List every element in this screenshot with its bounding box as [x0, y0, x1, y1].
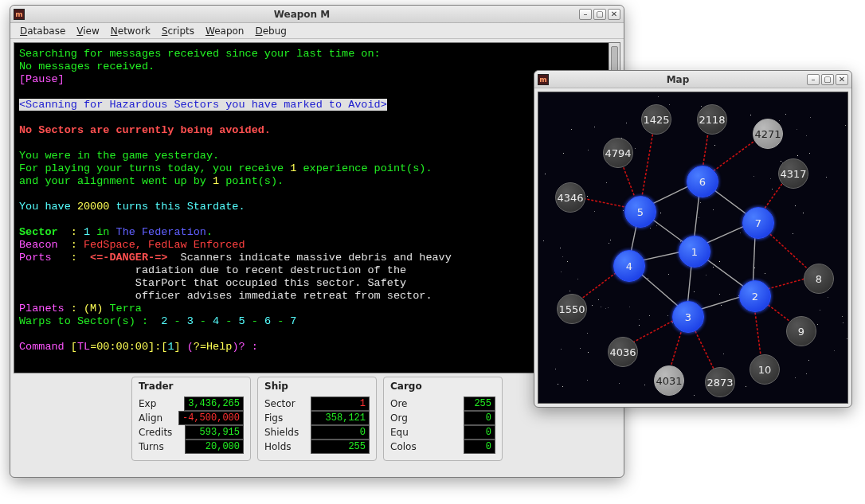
menu-scripts[interactable]: Scripts: [157, 24, 199, 38]
map-node-2118[interactable]: 2118: [697, 104, 727, 135]
menu-weapon[interactable]: Weapon: [201, 24, 249, 38]
maximize-button[interactable]: ▢: [821, 74, 834, 85]
map-node-3[interactable]: 3: [672, 301, 704, 333]
map-node-4[interactable]: 4: [613, 250, 645, 282]
map-node-7[interactable]: 7: [742, 207, 774, 239]
map-node-1425[interactable]: 1425: [641, 104, 671, 135]
map-node-4346[interactable]: 4346: [555, 182, 585, 213]
stat-label: Equ: [390, 427, 409, 438]
stat-row: Figs358,121: [264, 411, 370, 425]
menubar: Database View Network Scripts Weapon Deb…: [10, 23, 624, 39]
stat-value: 0: [464, 411, 495, 425]
map-node-8[interactable]: 8: [804, 264, 834, 294]
warp-sector: 5: [239, 315, 245, 327]
stat-value: 255: [464, 397, 495, 411]
warp-sector: 3: [187, 315, 194, 327]
stat-label: Figs: [264, 412, 283, 424]
stat-label: Credits: [139, 427, 172, 438]
map-node-5[interactable]: 5: [624, 196, 656, 228]
menu-view[interactable]: View: [72, 24, 104, 38]
stat-row: Credits593,915: [139, 425, 244, 440]
stat-label: Align: [139, 412, 162, 424]
stat-value: 358,121: [311, 411, 370, 425]
cargo-panel-title: Cargo: [390, 381, 495, 392]
minimize-button[interactable]: –: [807, 74, 820, 85]
stat-value: 3,436,265: [184, 397, 244, 411]
stat-label: Sector: [264, 398, 296, 409]
trader-panel-title: Trader: [139, 381, 244, 392]
close-button[interactable]: ✕: [836, 74, 848, 85]
map-node-9[interactable]: 9: [786, 316, 816, 346]
main-window: m Weapon M – ▢ ✕ Database View Network S…: [10, 5, 624, 478]
map-node-10[interactable]: 10: [750, 354, 780, 385]
map-node-4317[interactable]: 4317: [778, 158, 808, 189]
map-node-4036[interactable]: 4036: [608, 337, 638, 367]
map-node-1550[interactable]: 1550: [557, 294, 587, 324]
stat-row: Colos0: [390, 440, 495, 454]
minimize-button[interactable]: –: [579, 9, 592, 20]
stat-label: Holds: [264, 441, 292, 452]
stat-row: Align-4,500,000: [139, 411, 244, 425]
menu-database[interactable]: Database: [15, 24, 70, 38]
warp-sector: 4: [213, 315, 219, 327]
ship-panel: Ship Sector1Figs358,121Shields0Holds255: [257, 377, 377, 461]
app-icon: m: [538, 74, 549, 85]
map-node-4794[interactable]: 4794: [603, 138, 633, 168]
stat-row: Shields0: [264, 425, 370, 440]
stat-value: 593,915: [185, 425, 244, 440]
stat-value: -4,500,000: [178, 411, 244, 425]
stat-value: 20,000: [185, 440, 244, 454]
stat-label: Exp: [139, 398, 156, 409]
map-node-4031[interactable]: 4031: [654, 365, 684, 396]
stat-row: Org0: [390, 411, 495, 425]
stat-row: Exp3,436,265: [139, 397, 244, 411]
stat-row: Turns20,000: [139, 440, 244, 454]
warp-sector: 7: [290, 315, 296, 327]
main-titlebar[interactable]: m Weapon M – ▢ ✕: [10, 6, 624, 23]
map-titlebar[interactable]: m Map – ▢ ✕: [534, 71, 851, 88]
stat-row: Holds255: [264, 440, 370, 454]
app-icon: m: [14, 9, 25, 20]
map-node-2[interactable]: 2: [739, 280, 771, 312]
stat-label: Shields: [264, 427, 299, 438]
stat-row: Equ0: [390, 425, 495, 440]
trader-panel: Trader Exp3,436,265Align-4,500,000Credit…: [131, 377, 251, 461]
stat-row: Sector1: [264, 397, 370, 411]
status-row: Trader Exp3,436,265Align-4,500,000Credit…: [10, 377, 624, 467]
maximize-button[interactable]: ▢: [593, 9, 606, 20]
warp-sector: 6: [264, 315, 271, 327]
close-button[interactable]: ✕: [608, 9, 620, 20]
map-window: m Map – ▢ ✕ 1234567142521184271479443174…: [534, 70, 852, 408]
main-window-title: Weapon M: [28, 9, 576, 20]
stat-label: Colos: [390, 441, 417, 452]
stat-label: Turns: [139, 441, 164, 452]
stat-label: Ore: [390, 398, 408, 409]
menu-network[interactable]: Network: [106, 24, 155, 38]
stat-label: Org: [390, 412, 408, 424]
terminal-container: Searching for messages received since yo…: [14, 42, 620, 373]
stat-value: 0: [464, 440, 495, 454]
stat-row: Ore255: [390, 397, 495, 411]
stat-value: 0: [464, 425, 495, 440]
stat-value: 255: [311, 440, 370, 454]
map-node-4271[interactable]: 4271: [753, 119, 783, 149]
stat-value: 1: [311, 397, 370, 411]
map-node-2873[interactable]: 2873: [705, 367, 735, 397]
menu-debug[interactable]: Debug: [250, 24, 291, 38]
terminal[interactable]: Searching for messages received since yo…: [14, 43, 609, 373]
map-node-6[interactable]: 6: [687, 166, 718, 197]
map-canvas[interactable]: 1234567142521184271479443174346815509403…: [538, 92, 848, 404]
map-node-1[interactable]: 1: [679, 236, 710, 268]
map-window-title: Map: [552, 74, 804, 85]
ship-panel-title: Ship: [264, 381, 370, 392]
cargo-panel: Cargo Ore255Org0Equ0Colos0: [383, 377, 503, 461]
stat-value: 0: [311, 425, 370, 440]
